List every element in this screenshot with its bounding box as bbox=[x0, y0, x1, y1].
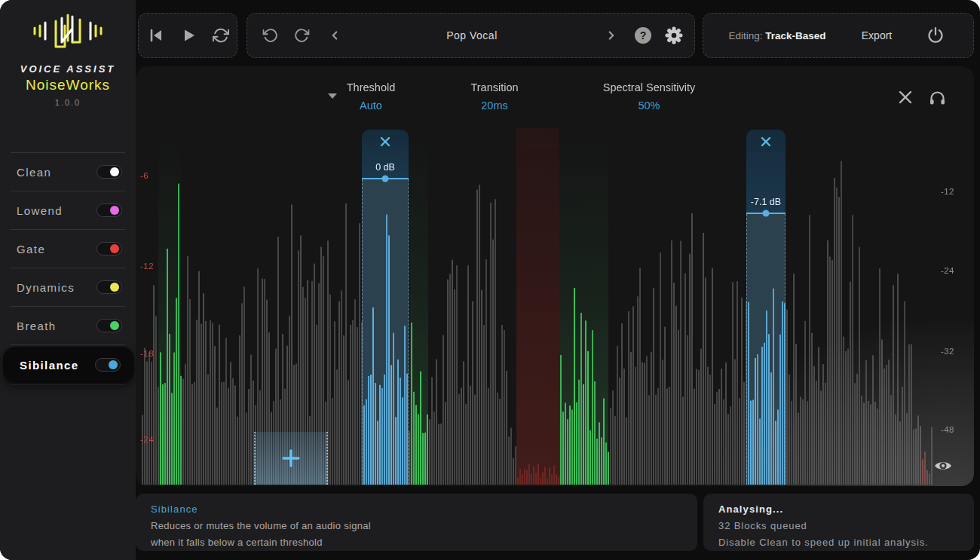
export-button[interactable]: Export bbox=[862, 29, 892, 41]
next-preset-chevron-right-icon[interactable] bbox=[605, 29, 618, 42]
db-label-left: -12 bbox=[140, 262, 154, 271]
help-icon[interactable]: ? bbox=[634, 26, 652, 44]
divider bbox=[11, 344, 125, 345]
spectral-sensitivity-value[interactable]: 50% bbox=[603, 99, 696, 112]
module-label: Gate bbox=[17, 243, 45, 256]
edit-preset-group: Pop Vocal ? bbox=[247, 13, 695, 58]
toggle-knob bbox=[110, 321, 119, 330]
chevron-down-icon[interactable] bbox=[328, 93, 337, 99]
status-line: 32 Blocks queued bbox=[718, 520, 959, 531]
sibilance-region[interactable]: -7.1 dB bbox=[746, 130, 786, 485]
prev-preset-chevron-left-icon[interactable] bbox=[328, 29, 341, 42]
threshold-value[interactable]: Auto bbox=[347, 99, 395, 112]
app-title: VOICE ASSIST bbox=[0, 63, 136, 75]
settings-gear-icon[interactable] bbox=[665, 26, 684, 45]
toggle-knob bbox=[110, 244, 119, 253]
breath-toggle[interactable] bbox=[96, 319, 122, 332]
db-label-right: -12 bbox=[941, 187, 954, 196]
sibilance-region[interactable]: 0 dB bbox=[362, 130, 409, 485]
module-label: Sibilance bbox=[20, 359, 78, 372]
sidebar: VOICE ASSIST NoiseWorks 1.0.0 Clean Lowe… bbox=[0, 0, 136, 560]
redo-icon[interactable] bbox=[294, 28, 310, 44]
toggle-knob bbox=[110, 167, 119, 176]
analysis-status-panel: Analysing... 32 Blocks queued Disable Cl… bbox=[703, 494, 974, 551]
sidebar-item-lowend[interactable]: Lowend bbox=[0, 191, 136, 229]
waveform-panel: Threshold Auto Transition 20ms Spectral … bbox=[136, 66, 974, 486]
module-label: Dynamics bbox=[17, 281, 75, 294]
param-label: Threshold bbox=[347, 81, 395, 93]
svg-text:?: ? bbox=[640, 29, 647, 41]
region-header: -7.1 dB bbox=[746, 130, 786, 213]
plus-icon bbox=[281, 448, 301, 468]
version-label: 1.0.0 bbox=[0, 98, 136, 107]
logo: VOICE ASSIST NoiseWorks 1.0.0 bbox=[0, 11, 136, 107]
param-threshold: Threshold Auto bbox=[347, 81, 395, 112]
region-body[interactable] bbox=[362, 179, 409, 485]
editing-mode-value: Track-Based bbox=[765, 30, 825, 41]
description-title: Sibilance bbox=[151, 503, 682, 515]
sidebar-item-sibilance[interactable]: Sibilance bbox=[3, 347, 134, 383]
toggle-knob bbox=[110, 206, 119, 215]
db-label-right: -24 bbox=[941, 266, 954, 275]
sidebar-item-gate[interactable]: Gate bbox=[0, 230, 136, 268]
close-icon[interactable] bbox=[897, 89, 914, 106]
status-title: Analysing... bbox=[718, 503, 959, 515]
vendor-name: NoiseWorks bbox=[0, 77, 136, 93]
waveform-logo-icon bbox=[29, 11, 107, 51]
preset-name[interactable]: Pop Vocal bbox=[446, 29, 498, 41]
region-body[interactable] bbox=[746, 214, 786, 485]
status-line: Disable Clean to speed up initial analys… bbox=[718, 537, 959, 548]
remove-region-x-icon[interactable] bbox=[379, 136, 391, 148]
lowend-toggle[interactable] bbox=[96, 203, 122, 217]
divider bbox=[11, 384, 125, 385]
region-header: 0 dB bbox=[362, 130, 409, 179]
description-line: Reduces or mutes the volume of an audio … bbox=[151, 520, 682, 531]
play-button[interactable] bbox=[180, 27, 197, 44]
plugin-window: VOICE ASSIST NoiseWorks 1.0.0 Clean Lowe… bbox=[0, 0, 980, 560]
add-region-button[interactable] bbox=[254, 432, 328, 485]
region-gain-label: -7.1 dB bbox=[751, 197, 781, 207]
transport-group bbox=[138, 13, 237, 58]
param-spectral-sensitivity: Spectral Sensitivity 50% bbox=[603, 81, 696, 112]
transition-value[interactable]: 20ms bbox=[470, 99, 518, 112]
param-label: Transition bbox=[470, 81, 518, 93]
clean-toggle[interactable] bbox=[96, 165, 122, 179]
module-label: Lowend bbox=[17, 204, 63, 217]
db-label-left: -6 bbox=[140, 171, 149, 180]
editing-label: Editing: bbox=[728, 30, 762, 41]
eye-icon[interactable] bbox=[933, 457, 953, 474]
skip-to-start-button[interactable] bbox=[148, 27, 164, 44]
region-gain-label: 0 dB bbox=[375, 162, 395, 173]
sibilance-toggle[interactable] bbox=[95, 358, 121, 372]
sidebar-item-clean[interactable]: Clean bbox=[0, 153, 136, 191]
power-icon[interactable] bbox=[926, 26, 945, 44]
module-description-panel: Sibilance Reduces or mutes the volume of… bbox=[136, 494, 697, 551]
db-label-right: -32 bbox=[941, 347, 954, 356]
module-label: Clean bbox=[17, 166, 51, 179]
module-list: Clean Lowend Gate Dynamics Breath bbox=[0, 152, 136, 385]
module-label: Breath bbox=[17, 320, 57, 332]
toggle-knob bbox=[110, 283, 119, 292]
loop-button[interactable] bbox=[213, 27, 229, 44]
editing-mode-toggle[interactable]: Editing: Track-Based bbox=[728, 30, 825, 41]
db-label-right: -48 bbox=[941, 425, 954, 434]
param-transition: Transition 20ms bbox=[470, 81, 518, 112]
description-line: when it falls below a certain threshold bbox=[151, 537, 682, 548]
db-label-left: -18 bbox=[140, 349, 154, 358]
param-label: Spectral Sensitivity bbox=[603, 81, 696, 93]
undo-icon[interactable] bbox=[263, 28, 279, 44]
session-group: Editing: Track-Based Export bbox=[703, 13, 974, 58]
remove-region-x-icon[interactable] bbox=[760, 136, 772, 148]
sidebar-item-dynamics[interactable]: Dynamics bbox=[0, 268, 136, 306]
headphones-icon[interactable] bbox=[929, 89, 946, 106]
sidebar-item-breath[interactable]: Breath bbox=[0, 307, 136, 344]
toggle-knob bbox=[109, 360, 118, 369]
dynamics-toggle[interactable] bbox=[96, 280, 122, 294]
db-label-left: -24 bbox=[140, 435, 154, 444]
gate-toggle[interactable] bbox=[96, 242, 122, 256]
